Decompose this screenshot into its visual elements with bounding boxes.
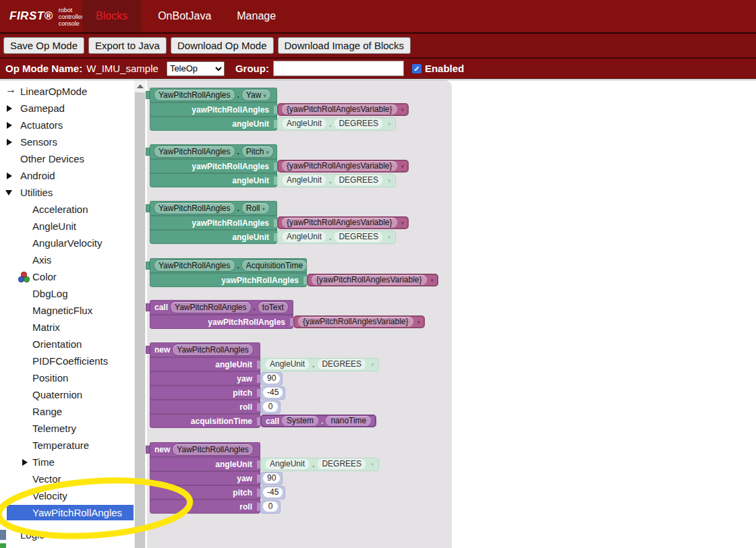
dropdown-arrow-icon[interactable]: ▾ bbox=[388, 121, 391, 127]
sidebar-scrollbar[interactable] bbox=[134, 80, 146, 548]
sidebar-item-telemetry[interactable]: Telemetry bbox=[0, 420, 134, 437]
blockly-block[interactable]: newYawPitchRollAnglesangleUnitAngleUnit.… bbox=[150, 442, 379, 514]
save-op-mode-button[interactable]: Save Op Mode bbox=[3, 37, 84, 54]
sidebar-item-matrix[interactable]: Matrix bbox=[0, 319, 134, 336]
sidebar-item-gamepad[interactable]: Gamepad bbox=[0, 100, 134, 117]
block-field[interactable]: AcquisitionTime bbox=[242, 260, 307, 271]
sidebar-item-dbglog[interactable]: DbgLog bbox=[0, 285, 134, 302]
group-input[interactable] bbox=[273, 61, 404, 76]
block-field[interactable]: YawPitchRollAngles bbox=[173, 344, 253, 355]
blockly-block[interactable]: YawPitchRollAngles.Pitch▾yawPitchRollAng… bbox=[150, 144, 409, 187]
number-shadow-block[interactable]: -45 bbox=[260, 486, 285, 499]
block-field[interactable]: YawPitchRollAngles bbox=[154, 260, 235, 271]
sidebar-item-quaternion[interactable]: Quaternion bbox=[0, 386, 134, 403]
dropdown-arrow-icon[interactable]: ▾ bbox=[388, 234, 391, 241]
dropdown-arrow-icon[interactable]: ▾ bbox=[262, 206, 266, 212]
variable-dropdown[interactable]: {yawPitchRollAnglesVariable} bbox=[282, 104, 397, 115]
collapse-triangle-icon[interactable] bbox=[5, 190, 12, 195]
dropdown-arrow-icon[interactable]: ▾ bbox=[266, 149, 270, 156]
dropdown-arrow-icon[interactable]: ▾ bbox=[371, 361, 374, 368]
enum-class-field[interactable]: AngleUnit bbox=[282, 175, 326, 186]
expand-triangle-icon[interactable] bbox=[7, 173, 12, 179]
class-field[interactable]: System bbox=[282, 416, 318, 426]
dropdown-arrow-icon[interactable]: ▾ bbox=[417, 319, 421, 326]
blockly-block[interactable]: callYawPitchRollAngles.toTextyawPitchRol… bbox=[150, 300, 425, 329]
sidebar-item-temperature[interactable]: Temperature bbox=[0, 437, 134, 454]
dropdown-arrow-icon[interactable]: ▾ bbox=[263, 92, 266, 99]
download-op-mode-button[interactable]: Download Op Mode bbox=[171, 37, 274, 54]
method-call-block[interactable]: callSystem.nanoTime bbox=[260, 415, 376, 427]
block-dropdown[interactable]: Yaw▾ bbox=[242, 90, 270, 100]
block-dropdown[interactable]: Pitch▾ bbox=[242, 146, 273, 157]
sidebar-item-vector[interactable]: Vector bbox=[0, 470, 134, 487]
enum-value-dropdown[interactable]: DEGREES bbox=[317, 359, 366, 370]
sidebar-item-android[interactable]: Android bbox=[0, 167, 134, 184]
variable-block[interactable]: {yawPitchRollAnglesVariable}▾ bbox=[277, 103, 409, 116]
blockly-block[interactable]: YawPitchRollAngles.AcquisitionTimeyawPit… bbox=[150, 258, 438, 287]
variable-dropdown[interactable]: {yawPitchRollAnglesVariable} bbox=[312, 275, 427, 285]
enum-value-dropdown[interactable]: DEGREES bbox=[334, 231, 383, 243]
number-field[interactable]: 0 bbox=[263, 402, 278, 412]
export-to-java-button[interactable]: Export to Java bbox=[88, 37, 167, 54]
enum-shadow-block[interactable]: AngleUnit.DEGREES▾ bbox=[277, 174, 396, 187]
variable-dropdown[interactable]: {yawPitchRollAnglesVariable} bbox=[282, 218, 397, 228]
enum-class-field[interactable]: AngleUnit bbox=[282, 231, 326, 243]
enum-class-field[interactable]: AngleUnit bbox=[282, 118, 326, 129]
dropdown-arrow-icon[interactable]: ▾ bbox=[401, 163, 405, 170]
number-field[interactable]: -45 bbox=[263, 487, 283, 497]
sidebar-item-partial[interactable] bbox=[0, 543, 134, 548]
dropdown-arrow-icon[interactable]: ▾ bbox=[401, 220, 405, 226]
number-shadow-block[interactable]: -45 bbox=[260, 386, 285, 400]
enum-value-dropdown[interactable]: DEGREES bbox=[317, 458, 366, 470]
sidebar-item-acceleration[interactable]: Acceleration bbox=[0, 201, 134, 218]
sidebar-item-angleunit[interactable]: AngleUnit bbox=[0, 218, 134, 235]
enum-shadow-block[interactable]: AngleUnit.DEGREES▾ bbox=[260, 358, 379, 371]
variable-dropdown[interactable]: {yawPitchRollAnglesVariable} bbox=[298, 317, 413, 327]
block-field[interactable]: YawPitchRollAngles bbox=[173, 444, 253, 455]
dropdown-arrow-icon[interactable]: ▾ bbox=[431, 277, 434, 284]
sidebar-item-sensors[interactable]: Sensors bbox=[0, 133, 134, 150]
sidebar-item-actuators[interactable]: Actuators bbox=[0, 117, 134, 133]
enum-class-field[interactable]: AngleUnit bbox=[265, 359, 310, 370]
method-field[interactable]: nanoTime bbox=[326, 416, 371, 426]
expand-triangle-icon[interactable] bbox=[7, 105, 12, 112]
block-field[interactable]: YawPitchRollAngles bbox=[154, 90, 235, 100]
block-dropdown[interactable]: Roll▾ bbox=[242, 203, 269, 214]
opmode-type-select[interactable]: TeleOp bbox=[167, 61, 225, 76]
block-field[interactable]: YawPitchRollAngles bbox=[154, 146, 235, 157]
tab-blocks[interactable]: Blocks bbox=[82, 0, 141, 32]
block-field[interactable]: YawPitchRollAngles bbox=[171, 302, 251, 313]
blockly-workspace[interactable]: YawPitchRollAngles.Yaw▾yawPitchRollAngle… bbox=[147, 80, 452, 548]
enum-shadow-block[interactable]: AngleUnit.DEGREES▾ bbox=[260, 458, 379, 471]
enum-shadow-block[interactable]: AngleUnit.DEGREES▾ bbox=[277, 231, 396, 244]
dropdown-arrow-icon[interactable]: ▾ bbox=[388, 177, 391, 184]
variable-block[interactable]: {yawPitchRollAnglesVariable}▾ bbox=[277, 216, 409, 229]
sidebar-item-axis[interactable]: Axis bbox=[0, 251, 134, 268]
enabled-checkbox[interactable]: ✓ bbox=[412, 64, 421, 73]
number-shadow-block[interactable]: 90 bbox=[260, 472, 283, 485]
sidebar-item-yawpitchrollangles[interactable]: YawPitchRollAngles bbox=[0, 504, 134, 521]
scrollbar-up-arrow-icon[interactable] bbox=[134, 80, 146, 92]
scrollbar-thumb[interactable] bbox=[135, 92, 145, 548]
sidebar-item-color[interactable]: Color bbox=[0, 268, 134, 285]
expand-triangle-icon[interactable] bbox=[7, 139, 12, 146]
sidebar-item-velocity[interactable]: Velocity bbox=[0, 487, 134, 504]
enum-value-dropdown[interactable]: DEGREES bbox=[334, 175, 383, 186]
number-field[interactable]: 90 bbox=[263, 373, 280, 384]
expand-triangle-icon[interactable] bbox=[22, 459, 28, 466]
blockly-block[interactable]: YawPitchRollAngles.Roll▾yawPitchRollAngl… bbox=[150, 201, 409, 244]
dropdown-arrow-icon[interactable]: ▾ bbox=[371, 461, 374, 468]
sidebar-item-position[interactable]: Position bbox=[0, 369, 134, 386]
number-shadow-block[interactable]: 0 bbox=[260, 500, 281, 514]
number-shadow-block[interactable]: 90 bbox=[260, 372, 283, 386]
sidebar-item-time[interactable]: Time bbox=[0, 454, 134, 470]
sidebar-item-other devices[interactable]: Other Devices bbox=[0, 150, 134, 167]
variable-block[interactable]: {yawPitchRollAnglesVariable}▾ bbox=[277, 160, 409, 173]
variable-dropdown[interactable]: {yawPitchRollAnglesVariable} bbox=[282, 161, 397, 171]
dropdown-arrow-icon[interactable]: ▾ bbox=[401, 106, 405, 113]
expand-triangle-icon[interactable] bbox=[7, 122, 12, 129]
tab-manage[interactable]: Manage bbox=[233, 0, 280, 32]
tab-onbotjava[interactable]: OnBotJava bbox=[154, 0, 215, 32]
number-field[interactable]: 0 bbox=[263, 501, 278, 512]
sidebar-item-utilities[interactable]: Utilities bbox=[0, 184, 134, 201]
